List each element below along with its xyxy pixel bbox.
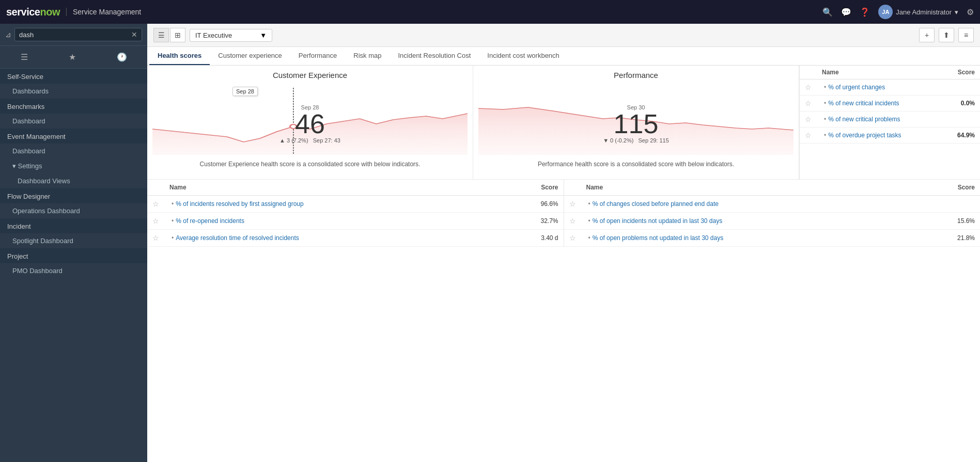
lower-table-left: Name Score ☆ •% of incidents resolved by…: [147, 180, 564, 247]
charts-row: Customer Experience: [147, 66, 980, 180]
customer-experience-panel: Customer Experience: [147, 66, 473, 179]
score-value-2: 0.0%: [941, 95, 980, 111]
star-icon-3[interactable]: ☆: [805, 115, 812, 123]
user-dropdown-icon: ▾: [955, 8, 958, 16]
search-input[interactable]: [19, 31, 128, 39]
toolbar-settings-button[interactable]: ≡: [958, 28, 974, 42]
lt-left-row-3: ☆ •Average resolution time of resolved i…: [147, 229, 564, 246]
scores-panel: Name Score ☆ •% of urgent changes: [799, 66, 980, 179]
scores-row-3: ☆ •% of new critical problems: [800, 111, 980, 128]
lt-left-score-col: Score: [499, 180, 563, 196]
lt-right-link-1[interactable]: % of changes closed before planned end d…: [593, 200, 719, 208]
avatar: JA: [878, 5, 893, 19]
nav-history-icon[interactable]: 🕐: [113, 50, 131, 64]
lt-right-star-1[interactable]: ☆: [569, 200, 576, 208]
sidebar-item-incident[interactable]: Incident: [0, 218, 147, 233]
scores-row-2: ☆ •% of new critical incidents 0.0%: [800, 95, 980, 111]
topbar-right: 🔍 💬 ❓ JA Jane Administrator ▾ ⚙: [822, 5, 974, 19]
lt-right-link-3[interactable]: % of open problems not updated in last 3…: [593, 234, 724, 242]
lt-left-link-3[interactable]: Average resolution time of resolved inci…: [176, 234, 299, 242]
lt-left-star-1[interactable]: ☆: [152, 200, 159, 208]
star-icon-4[interactable]: ☆: [805, 131, 812, 139]
view-grid-button[interactable]: ⊞: [170, 28, 185, 42]
performance-panel: Performance: [473, 66, 799, 179]
score-value-1: [941, 79, 980, 95]
nav-favorites-icon[interactable]: ★: [65, 50, 80, 64]
chat-icon[interactable]: 💬: [841, 7, 851, 17]
dropdown-icon: ▼: [260, 31, 267, 39]
sidebar-item-benchmarks[interactable]: Benchmarks: [0, 99, 147, 114]
score-link-3[interactable]: % of new critical problems: [828, 116, 900, 123]
sidebar-item-event-dashboard[interactable]: Dashboard: [0, 144, 147, 158]
scores-row-4: ☆ •% of overdue project tasks 64.9%: [800, 128, 980, 144]
lt-left-star-3[interactable]: ☆: [152, 234, 159, 242]
lt-right-star-2[interactable]: ☆: [569, 217, 576, 225]
nav-all-icon[interactable]: ☰: [17, 50, 32, 64]
star-icon-2[interactable]: ☆: [805, 99, 812, 107]
add-button[interactable]: +: [919, 28, 935, 42]
content-area: ☰ ⊞ IT Executive ▼ + ⬆ ≡ Health scores C…: [147, 24, 980, 462]
score-link-2[interactable]: % of new critical incidents: [828, 100, 899, 107]
lt-left-link-1[interactable]: % of incidents resolved by first assigne…: [176, 200, 303, 208]
view-list-button[interactable]: ☰: [153, 28, 169, 42]
user-name: Jane Administrator: [896, 8, 952, 16]
customer-experience-title: Customer Experience: [152, 71, 468, 79]
main-layout: ⊿ ✕ ☰ ★ 🕐 Self-Service Dashboards Benchm…: [0, 24, 980, 462]
score-link-1[interactable]: % of urgent changes: [828, 84, 885, 91]
gear-icon[interactable]: ⚙: [967, 7, 974, 17]
view-toggle: ☰ ⊞: [153, 28, 185, 42]
lt-right-star-3[interactable]: ☆: [569, 234, 576, 242]
sidebar-item-event-management[interactable]: Event Management: [0, 129, 147, 144]
lt-left-link-2[interactable]: % of re-opened incidents: [176, 217, 244, 225]
sidebar-nav-icons: ☰ ★ 🕐: [0, 46, 147, 69]
performance-chart[interactable]: Sep 30 115 ▼ 0 (-0.2%) Sep 29: 115: [478, 83, 794, 155]
lt-left-star-2[interactable]: ☆: [152, 217, 159, 225]
sidebar-item-spotlight-dashboard[interactable]: Spotlight Dashboard: [0, 233, 147, 248]
scores-score-col-header: Score: [941, 66, 980, 79]
search-icon[interactable]: 🔍: [822, 7, 833, 17]
lt-right-row-2: ☆ •% of open incidents not updated in la…: [564, 212, 981, 229]
performance-title: Performance: [478, 71, 794, 79]
sidebar-item-self-service[interactable]: Self-Service: [0, 69, 147, 84]
lt-left-row-1: ☆ •% of incidents resolved by first assi…: [147, 195, 564, 212]
lower-table-panel-right: Name Score ☆ •% of changes closed before…: [564, 180, 981, 247]
search-box[interactable]: ✕: [14, 28, 142, 41]
help-icon[interactable]: ❓: [860, 7, 870, 17]
lt-right-score-col: Score: [916, 180, 980, 196]
scores-star-col-header: [800, 66, 817, 79]
lower-tables: Name Score ☆ •% of incidents resolved by…: [147, 180, 980, 247]
sidebar-item-operations-dashboard[interactable]: Operations Dashboard: [0, 203, 147, 218]
dashboard-selector[interactable]: IT Executive ▼: [190, 29, 272, 42]
sidebar: ⊿ ✕ ☰ ★ 🕐 Self-Service Dashboards Benchm…: [0, 24, 147, 462]
tab-customer-experience[interactable]: Customer experience: [210, 47, 290, 65]
tab-performance[interactable]: Performance: [290, 47, 345, 65]
tab-risk-map[interactable]: Risk map: [345, 47, 390, 65]
sidebar-item-flow-designer[interactable]: Flow Designer: [0, 188, 147, 203]
toolbar-right: + ⬆ ≡: [919, 28, 974, 42]
lt-left-score-2: 32.7%: [499, 212, 563, 229]
share-button[interactable]: ⬆: [939, 28, 954, 42]
logo[interactable]: servicenow: [6, 6, 60, 18]
sidebar-item-project[interactable]: Project: [0, 248, 147, 263]
lt-right-row-1: ☆ •% of changes closed before planned en…: [564, 195, 981, 212]
tab-incident-cost-workbench[interactable]: Incident cost workbench: [479, 47, 567, 65]
sidebar-item-dashboard-views[interactable]: Dashboard Views: [0, 173, 147, 188]
sidebar-item-dashboards[interactable]: Dashboards: [0, 84, 147, 99]
lt-right-score-2: 15.6%: [916, 212, 980, 229]
customer-experience-chart[interactable]: Sep 28 46 ▲ 3 (7.2%) Sep 27: 43 Sep 28: [152, 83, 468, 155]
topbar: servicenow Service Management 🔍 💬 ❓ JA J…: [0, 0, 980, 24]
perf-description: Performance health score is a consolidat…: [478, 155, 794, 174]
sidebar-item-settings[interactable]: ▾ Settings: [0, 158, 147, 173]
sidebar-item-benchmarks-dashboard[interactable]: Dashboard: [0, 114, 147, 129]
search-clear-icon[interactable]: ✕: [131, 30, 137, 39]
toolbar-left: ☰ ⊞ IT Executive ▼: [153, 28, 272, 42]
score-link-4[interactable]: % of overdue project tasks: [828, 132, 901, 139]
topbar-left: servicenow Service Management: [6, 6, 141, 18]
tab-health-scores[interactable]: Health scores: [149, 47, 210, 65]
tab-incident-resolution-cost[interactable]: Incident Resolution Cost: [390, 47, 479, 65]
lt-right-name-col: Name: [581, 180, 917, 196]
lt-right-link-2[interactable]: % of open incidents not updated in last …: [593, 217, 723, 225]
star-icon-1[interactable]: ☆: [805, 83, 812, 91]
user-menu[interactable]: JA Jane Administrator ▾: [878, 5, 958, 19]
sidebar-item-pmo-dashboard[interactable]: PMO Dashboard: [0, 263, 147, 278]
